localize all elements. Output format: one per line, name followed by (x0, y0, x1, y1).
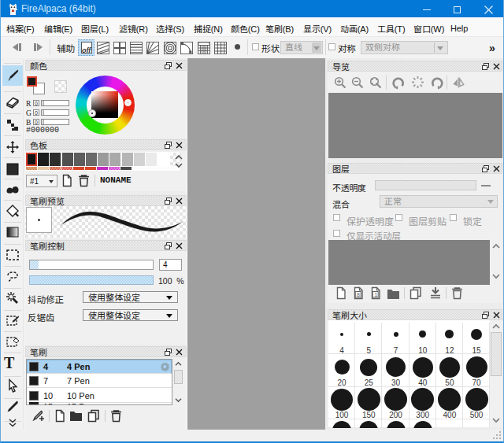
svg-text:1: 1 (374, 291, 377, 298)
svg-text:8: 8 (357, 291, 360, 298)
